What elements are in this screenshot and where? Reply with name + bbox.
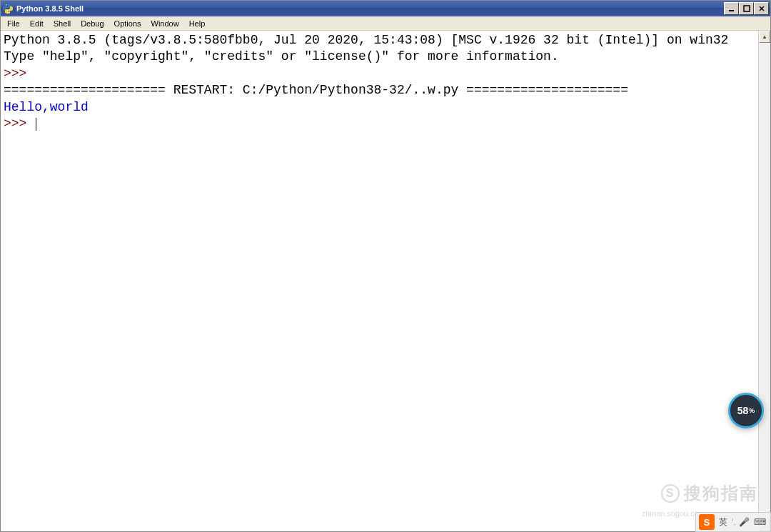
banner-line1: Python 3.8.5 (tags/v3.8.5:580fbb0, Jul 2… <box>4 33 728 47</box>
badge-unit: % <box>749 407 755 414</box>
menu-debug[interactable]: Debug <box>76 18 109 29</box>
text-cursor <box>36 118 36 131</box>
watermark-text: 搜狗指南 <box>684 482 758 505</box>
window-title: Python 3.8.5 Shell <box>16 4 724 13</box>
ime-punct[interactable]: ‘, <box>732 517 736 527</box>
svg-point-1 <box>9 12 10 13</box>
minimize-button[interactable] <box>724 2 739 15</box>
content-area: Python 3.8.5 (tags/v3.8.5:580fbb0, Jul 2… <box>1 31 770 531</box>
svg-rect-3 <box>744 6 750 11</box>
menu-help[interactable]: Help <box>184 18 211 29</box>
watermark-logo-icon: S <box>661 484 680 503</box>
microphone-icon[interactable]: 🎤 <box>739 517 750 527</box>
app-icon <box>2 3 14 14</box>
percentage-badge[interactable]: 58% <box>728 393 764 428</box>
badge-value: 58 <box>737 405 749 416</box>
titlebar[interactable]: Python 3.8.5 Shell <box>1 1 770 16</box>
menu-edit[interactable]: Edit <box>25 18 49 29</box>
svg-point-0 <box>6 4 6 5</box>
program-output: Hello,world <box>4 100 89 114</box>
ime-language[interactable]: 英 <box>717 516 729 528</box>
idle-window: Python 3.8.5 Shell File Edit Shell Debug… <box>0 0 771 532</box>
scroll-up-button[interactable]: ▲ <box>759 31 770 43</box>
close-button[interactable] <box>754 2 769 15</box>
prompt: >>> <box>4 66 34 81</box>
banner-line2: Type "help", "copyright", "credits" or "… <box>4 49 559 64</box>
shell-text[interactable]: Python 3.8.5 (tags/v3.8.5:580fbb0, Jul 2… <box>1 31 758 531</box>
svg-rect-2 <box>729 10 734 11</box>
vertical-scrollbar[interactable]: ▲ ▼ <box>758 31 770 531</box>
ime-toolbar[interactable]: S 英 ‘, 🎤 ⌨ <box>695 512 771 532</box>
menu-options[interactable]: Options <box>109 18 146 29</box>
maximize-button[interactable] <box>739 2 754 15</box>
watermark: S 搜狗指南 <box>661 482 758 505</box>
window-controls <box>724 2 769 15</box>
menubar: File Edit Shell Debug Options Window Hel… <box>1 16 770 31</box>
ime-logo-icon[interactable]: S <box>699 514 715 530</box>
prompt: >>> <box>4 116 34 131</box>
menu-window[interactable]: Window <box>146 18 184 29</box>
keyboard-icon[interactable]: ⌨ <box>752 517 767 527</box>
scroll-track[interactable] <box>759 43 770 519</box>
menu-file[interactable]: File <box>2 18 25 29</box>
restart-line: ===================== RESTART: C:/Python… <box>4 83 628 97</box>
menu-shell[interactable]: Shell <box>49 18 76 29</box>
